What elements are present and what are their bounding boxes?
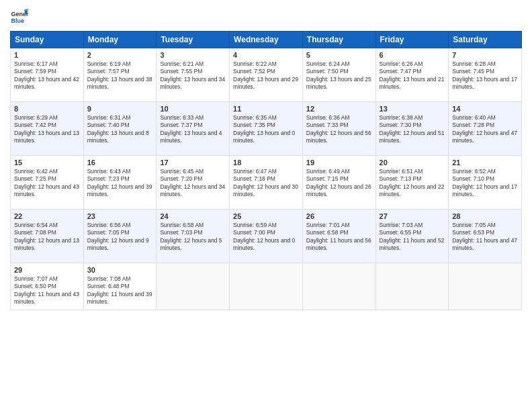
day-number: 13 [380,105,445,113]
day-number: 29 [14,266,80,274]
day-header-wednesday: Wednesday [230,32,303,48]
day-number: 24 [160,212,226,220]
table-row: 18Sunrise: 6:47 AMSunset: 7:18 PMDayligh… [230,156,303,210]
table-row: 30Sunrise: 7:08 AMSunset: 6:48 PMDayligh… [83,263,157,310]
cell-content: Sunrise: 6:42 AMSunset: 7:25 PMDaylight:… [14,168,79,197]
day-number: 7 [452,51,518,59]
day-number: 28 [452,212,518,220]
table-row: 9Sunrise: 6:31 AMSunset: 7:40 PMDaylight… [83,102,157,156]
table-row: 17Sunrise: 6:45 AMSunset: 7:20 PMDayligh… [157,156,230,210]
cell-content: Sunrise: 6:54 AMSunset: 7:08 PMDaylight:… [14,222,79,251]
table-row: 2Sunrise: 6:19 AMSunset: 7:57 PMDaylight… [83,48,157,102]
table-row: 14Sunrise: 6:40 AMSunset: 7:28 PMDayligh… [449,102,522,156]
cell-content: Sunrise: 7:01 AMSunset: 6:58 PMDaylight:… [306,222,371,251]
table-row: 16Sunrise: 6:43 AMSunset: 7:23 PMDayligh… [83,156,157,210]
table-row [302,263,375,310]
cell-content: Sunrise: 6:24 AMSunset: 7:50 PMDaylight:… [306,60,371,90]
cell-content: Sunrise: 6:19 AMSunset: 7:57 PMDaylight:… [87,60,152,90]
day-number: 16 [87,158,153,167]
cell-content: Sunrise: 6:35 AMSunset: 7:35 PMDaylight:… [233,114,295,144]
day-header-saturday: Saturday [449,32,522,48]
day-number: 25 [233,212,299,220]
table-row: 19Sunrise: 6:49 AMSunset: 7:15 PMDayligh… [302,156,375,210]
table-row: 29Sunrise: 7:07 AMSunset: 6:50 PMDayligh… [11,263,84,310]
table-row: 25Sunrise: 6:59 AMSunset: 7:00 PMDayligh… [230,210,303,263]
table-row [157,263,230,310]
table-row [375,263,449,310]
day-number: 26 [306,212,372,220]
cell-content: Sunrise: 6:36 AMSunset: 7:33 PMDaylight:… [306,114,371,144]
table-row: 21Sunrise: 6:52 AMSunset: 7:10 PMDayligh… [449,156,522,210]
day-header-tuesday: Tuesday [157,32,230,48]
svg-marker-3 [24,9,29,11]
table-row: 20Sunrise: 6:51 AMSunset: 7:13 PMDayligh… [375,156,449,210]
table-row: 23Sunrise: 6:56 AMSunset: 7:05 PMDayligh… [83,210,157,263]
cell-content: Sunrise: 7:08 AMSunset: 6:48 PMDaylight:… [87,275,152,305]
day-number: 11 [233,105,299,113]
table-row: 12Sunrise: 6:36 AMSunset: 7:33 PMDayligh… [302,102,375,156]
cell-content: Sunrise: 6:31 AMSunset: 7:40 PMDaylight:… [87,114,149,144]
cell-content: Sunrise: 6:29 AMSunset: 7:42 PMDaylight:… [14,114,79,144]
table-row [230,263,303,310]
table-row: 13Sunrise: 6:38 AMSunset: 7:30 PMDayligh… [375,102,449,156]
day-number: 15 [14,158,80,167]
cell-content: Sunrise: 6:26 AMSunset: 7:47 PMDaylight:… [380,60,445,90]
day-header-friday: Friday [375,32,449,48]
table-row: 26Sunrise: 7:01 AMSunset: 6:58 PMDayligh… [302,210,375,263]
cell-content: Sunrise: 6:43 AMSunset: 7:23 PMDaylight:… [87,168,152,197]
cell-content: Sunrise: 6:47 AMSunset: 7:18 PMDaylight:… [233,168,298,197]
day-number: 18 [233,158,299,167]
table-row: 7Sunrise: 6:28 AMSunset: 7:45 PMDaylight… [449,48,522,102]
day-number: 14 [452,105,518,113]
day-number: 1 [14,51,80,59]
day-number: 30 [87,266,153,274]
day-number: 8 [14,105,80,113]
day-number: 9 [87,105,153,113]
table-row: 15Sunrise: 6:42 AMSunset: 7:25 PMDayligh… [11,156,84,210]
cell-content: Sunrise: 6:22 AMSunset: 7:52 PMDaylight:… [233,60,298,90]
table-row: 28Sunrise: 7:05 AMSunset: 6:53 PMDayligh… [449,210,522,263]
day-number: 27 [380,212,445,220]
day-number: 17 [160,158,226,167]
day-number: 19 [306,158,372,167]
cell-content: Sunrise: 6:40 AMSunset: 7:28 PMDaylight:… [452,114,517,144]
cell-content: Sunrise: 6:38 AMSunset: 7:30 PMDaylight:… [380,114,445,144]
table-row: 27Sunrise: 7:03 AMSunset: 6:55 PMDayligh… [375,210,449,263]
cell-content: Sunrise: 6:51 AMSunset: 7:13 PMDaylight:… [380,168,445,197]
cell-content: Sunrise: 6:28 AMSunset: 7:45 PMDaylight:… [452,60,517,90]
day-number: 22 [14,212,80,220]
table-row: 10Sunrise: 6:33 AMSunset: 7:37 PMDayligh… [157,102,230,156]
cell-content: Sunrise: 6:59 AMSunset: 7:00 PMDaylight:… [233,222,295,251]
table-row: 11Sunrise: 6:35 AMSunset: 7:35 PMDayligh… [230,102,303,156]
table-row: 1Sunrise: 6:17 AMSunset: 7:59 PMDaylight… [11,48,84,102]
table-row: 5Sunrise: 6:24 AMSunset: 7:50 PMDaylight… [302,48,375,102]
cell-content: Sunrise: 7:05 AMSunset: 6:53 PMDaylight:… [452,222,517,251]
day-number: 20 [380,158,445,167]
day-number: 5 [306,51,372,59]
cell-content: Sunrise: 6:58 AMSunset: 7:03 PMDaylight:… [160,222,222,251]
cell-content: Sunrise: 7:07 AMSunset: 6:50 PMDaylight:… [14,275,79,305]
cell-content: Sunrise: 6:49 AMSunset: 7:15 PMDaylight:… [306,168,371,197]
cell-content: Sunrise: 6:45 AMSunset: 7:20 PMDaylight:… [160,168,225,197]
day-number: 6 [380,51,445,59]
table-row: 22Sunrise: 6:54 AMSunset: 7:08 PMDayligh… [11,210,84,263]
day-header-sunday: Sunday [11,32,84,48]
cell-content: Sunrise: 6:21 AMSunset: 7:55 PMDaylight:… [160,60,225,90]
cell-content: Sunrise: 6:52 AMSunset: 7:10 PMDaylight:… [452,168,517,197]
table-row: 6Sunrise: 6:26 AMSunset: 7:47 PMDaylight… [375,48,449,102]
cell-content: Sunrise: 6:17 AMSunset: 7:59 PMDaylight:… [14,60,79,90]
table-row: 3Sunrise: 6:21 AMSunset: 7:55 PMDaylight… [157,48,230,102]
cell-content: Sunrise: 6:56 AMSunset: 7:05 PMDaylight:… [87,222,149,251]
day-number: 23 [87,212,153,220]
logo: General Blue [10,7,32,26]
svg-text:Blue: Blue [11,17,24,24]
day-number: 21 [452,158,518,167]
cell-content: Sunrise: 6:33 AMSunset: 7:37 PMDaylight:… [160,114,222,144]
table-row: 24Sunrise: 6:58 AMSunset: 7:03 PMDayligh… [157,210,230,263]
day-header-monday: Monday [83,32,157,48]
day-number: 10 [160,105,226,113]
table-row [449,263,522,310]
day-number: 4 [233,51,299,59]
day-number: 3 [160,51,226,59]
day-number: 2 [87,51,153,59]
